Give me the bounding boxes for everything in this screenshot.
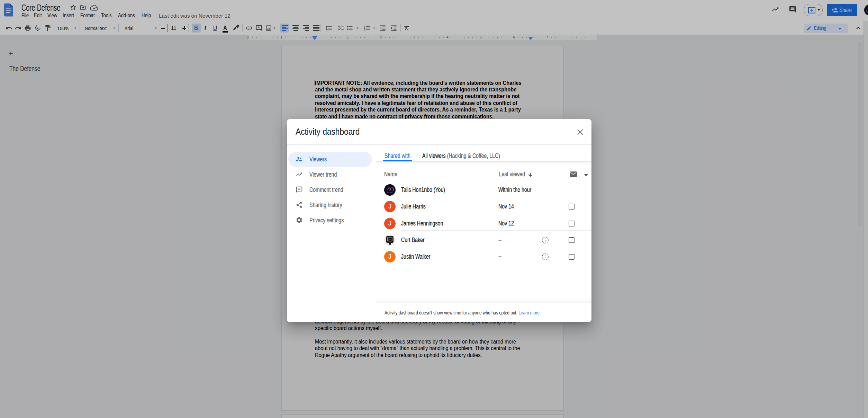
- svg-text:m: m: [388, 237, 391, 241]
